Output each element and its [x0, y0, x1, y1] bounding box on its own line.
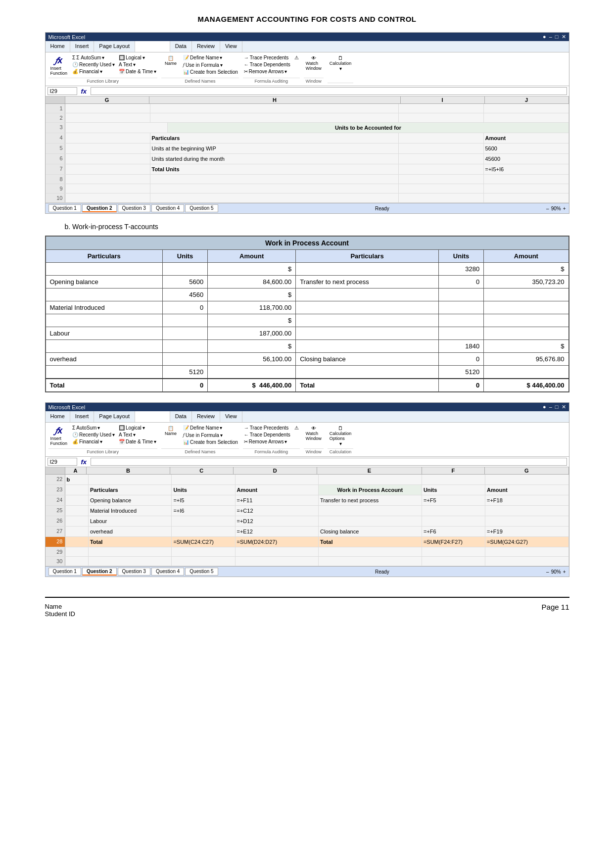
cell-C23[interactable]: Units [172, 485, 235, 495]
recently-used-btn-2[interactable]: 🕐 Recently Used ▾ [71, 432, 116, 438]
cell-B23[interactable]: Particulars [89, 485, 172, 495]
cell-F29[interactable] [422, 547, 485, 556]
cell-A26[interactable] [65, 516, 89, 526]
cell-H3-merged[interactable]: Units to be Accounted for [168, 123, 568, 133]
cell-F23[interactable]: Units [422, 485, 485, 495]
cell-B29[interactable] [89, 547, 172, 556]
cell-I6[interactable] [399, 154, 484, 164]
cell-G3[interactable] [65, 123, 168, 133]
cell-I1[interactable] [399, 104, 484, 113]
cell-D28[interactable]: =SUM(D24:D27) [236, 537, 319, 547]
cell-E28[interactable]: Total [319, 537, 422, 547]
date-time-btn-2[interactable]: 📅 Date & Time ▾ [118, 438, 157, 445]
fx-button-1[interactable]: fx [79, 88, 89, 95]
remove-arrows-btn-2[interactable]: ✂ Remove Arrows ▾ [243, 438, 291, 445]
autosum-btn-2[interactable]: Σ AutoSum ▾ [71, 425, 116, 431]
cell-A28[interactable] [65, 537, 89, 547]
define-name-btn-1[interactable]: 📝 Define Name ▾ [182, 54, 239, 61]
tab-data-1[interactable]: Data [170, 41, 192, 52]
sheet-tab-q2-2[interactable]: Question 2 [82, 568, 117, 576]
cell-D29[interactable] [236, 547, 319, 556]
tab-page-layout-1[interactable]: Page Layout [94, 41, 135, 52]
cell-G2[interactable] [65, 113, 150, 122]
zoom-out-btn-1[interactable]: – [546, 206, 549, 211]
cell-C25[interactable]: =+I6 [172, 506, 235, 516]
cell-J8[interactable] [484, 175, 569, 184]
cell-I7[interactable] [399, 164, 484, 174]
cell-H6[interactable]: Units started during the month [150, 154, 399, 164]
cell-C28[interactable]: =SUM(C24:C27) [172, 537, 235, 547]
remove-arrows-btn-1[interactable]: ✂ Remove Arrows ▾ [243, 68, 291, 75]
cell-G23[interactable]: Amount [485, 485, 569, 495]
cell-A25[interactable] [65, 506, 89, 516]
cell-G29[interactable] [485, 547, 569, 556]
cell-G7[interactable] [65, 164, 150, 174]
cell-C29[interactable] [172, 547, 235, 556]
cell-I8[interactable] [399, 175, 484, 184]
sheet-tab-q4-1[interactable]: Question 4 [151, 204, 184, 212]
cell-G22[interactable] [485, 475, 569, 484]
cell-H5[interactable]: Units at the beginning WIP [150, 144, 399, 153]
tab-home-2[interactable]: Home [46, 411, 70, 422]
zoom-in-btn-1[interactable]: + [563, 206, 566, 211]
financial-btn-2[interactable]: 💰 Financial ▾ [71, 438, 116, 445]
tab-view-2[interactable]: View [220, 411, 242, 422]
use-in-formula-btn-1[interactable]: 𝑓 Use in Formula ▾ [182, 61, 239, 68]
cell-J9[interactable] [484, 184, 569, 193]
cell-G24[interactable]: =+F18 [485, 495, 569, 505]
cell-A24[interactable] [65, 495, 89, 505]
cell-C22[interactable] [172, 475, 235, 484]
tab-formulas-2[interactable]: Formulas [135, 411, 170, 422]
cell-G9[interactable] [65, 184, 150, 193]
cell-A29[interactable] [65, 547, 89, 556]
cell-J4[interactable]: Amount [484, 133, 569, 143]
sheet-tab-q3-1[interactable]: Question 3 [118, 204, 150, 212]
cell-E25[interactable] [319, 506, 422, 516]
cell-F27[interactable]: =+F6 [422, 527, 485, 536]
cell-G6[interactable] [65, 154, 150, 164]
cell-D30[interactable] [236, 557, 319, 566]
cell-G4[interactable] [65, 133, 150, 143]
watch-window-btn-1[interactable]: 👁 WatchWindow [304, 54, 324, 72]
calculation-btn-1[interactable]: 🗒 Calculation ▾ [328, 54, 354, 72]
cell-F22[interactable] [422, 475, 485, 484]
date-time-btn-1[interactable]: 📅 Date & Time ▾ [118, 68, 157, 75]
trace-precedents-btn-2[interactable]: → Trace Precedents [243, 425, 291, 431]
cell-E27[interactable]: Closing balance [319, 527, 422, 536]
sheet-tab-q5-1[interactable]: Question 5 [185, 204, 218, 212]
tab-view-1[interactable]: View [220, 41, 242, 52]
sheet-tab-q5-2[interactable]: Question 5 [185, 568, 218, 576]
cell-B28[interactable]: Total [89, 537, 172, 547]
cell-I4[interactable] [399, 133, 484, 143]
zoom-out-btn-2[interactable]: – [546, 569, 549, 575]
text-btn-2[interactable]: A Text ▾ [118, 432, 157, 438]
formula-input-2[interactable] [91, 458, 567, 466]
tab-data-2[interactable]: Data [170, 411, 192, 422]
cell-F28[interactable]: =SUM(F24:F27) [422, 537, 485, 547]
cell-B27[interactable]: overhead [89, 527, 172, 536]
cell-A22[interactable]: b [65, 475, 89, 484]
sheet-tab-q2-1[interactable]: Question 2 [82, 204, 117, 212]
error-check-btn-2[interactable]: ⚠ [293, 425, 300, 431]
name-manager-btn-1[interactable]: 📋 Name [161, 54, 180, 67]
cell-G27[interactable]: =+F19 [485, 527, 569, 536]
cell-E26[interactable] [319, 516, 422, 526]
name-manager-btn-2[interactable]: 📋 Name [161, 425, 180, 437]
tab-home-1[interactable]: Home [46, 41, 70, 52]
trace-dependents-btn-2[interactable]: ← Trace Dependents [243, 432, 291, 438]
cell-J10[interactable] [484, 193, 569, 202]
tab-insert-2[interactable]: Insert [70, 411, 94, 422]
cell-D22[interactable] [236, 475, 319, 484]
sheet-tab-q1-1[interactable]: Question 1 [48, 204, 81, 212]
cell-F30[interactable] [422, 557, 485, 566]
insert-function-btn-2[interactable]: 𝑓x InsertFunction [48, 425, 70, 447]
cell-H4[interactable]: Particulars [150, 133, 399, 143]
trace-precedents-btn-1[interactable]: → Trace Precedents [243, 54, 291, 61]
cell-C30[interactable] [172, 557, 235, 566]
cell-F24[interactable]: =+F5 [422, 495, 485, 505]
cell-G5[interactable] [65, 144, 150, 153]
cell-G30[interactable] [485, 557, 569, 566]
cell-G10[interactable] [65, 193, 150, 202]
cell-A27[interactable] [65, 527, 89, 536]
cell-A23[interactable] [65, 485, 89, 495]
